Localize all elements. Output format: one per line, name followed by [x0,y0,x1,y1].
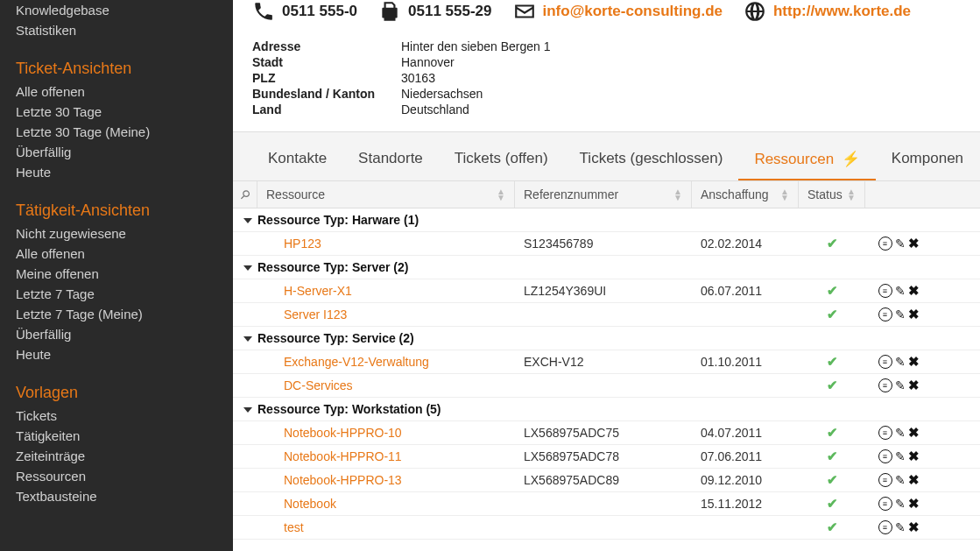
email[interactable]: info@korte-consulting.de [513,0,723,23]
details-icon[interactable]: ≡ [878,378,892,392]
edit-icon[interactable]: ✎ [895,497,906,511]
col-attachment[interactable]: ⚲ [233,181,257,208]
nav-item[interactable]: Überfällig [16,324,233,344]
nav-item[interactable]: Überfällig [16,142,233,162]
website[interactable]: http://www.korte.de [744,0,911,23]
edit-icon[interactable]: ✎ [895,378,906,392]
details-icon[interactable]: ≡ [878,284,892,298]
nav-item[interactable]: Tickets [16,406,233,426]
table-row[interactable]: Server I123✔≡✎✖ [233,303,980,327]
nav-item[interactable]: Letzte 7 Tage [16,284,233,304]
table-row[interactable]: Notebook-HPPRO-10LX568975ADC7504.07.2011… [233,421,980,445]
delete-icon[interactable]: ✖ [908,307,920,322]
check-icon: ✔ [827,283,838,298]
delete-icon[interactable]: ✖ [908,354,920,370]
resource-link[interactable]: DC-Services [284,378,353,392]
nav-item[interactable]: Letzte 30 Tage [16,102,233,122]
resource-link[interactable]: Notebook-HPPRO-11 [284,449,402,463]
edit-icon[interactable]: ✎ [895,449,906,463]
edit-icon[interactable]: ✎ [895,284,906,298]
nav-item[interactable]: Letzte 30 Tage (Meine) [16,122,233,142]
resource-link[interactable]: Notebook [284,497,336,511]
delete-icon[interactable]: ✖ [908,425,920,441]
nav-item[interactable]: Tätigkeiten [16,426,233,446]
details-icon[interactable]: ≡ [878,237,892,251]
details-icon[interactable]: ≡ [878,473,892,487]
tab-ressourcen[interactable]: Ressourcen ⚡ [738,145,875,180]
edit-icon[interactable]: ✎ [895,520,906,534]
nav-item[interactable]: Textbausteine [16,486,233,506]
delete-icon[interactable]: ✖ [908,378,920,393]
table-row[interactable]: HP123S12345678902.02.2014✔≡✎✖ [233,232,980,256]
tab-standorte[interactable]: Standorte [342,145,439,180]
nav-item[interactable]: Statistiken [16,20,233,40]
cell-actions: ≡✎✖ [865,374,932,397]
nav-section-title: Tätigkeit-Ansichten [16,201,233,220]
details-icon[interactable]: ≡ [878,449,892,463]
edit-icon[interactable]: ✎ [895,426,906,440]
contact-row: 0511 555-0 0511 555-29 info@korte-consul… [252,0,980,23]
delete-icon[interactable]: ✖ [908,236,920,251]
delete-icon[interactable]: ✖ [908,496,920,512]
nav-item[interactable]: Alle offenen [16,244,233,264]
resource-link[interactable]: HP123 [284,237,321,251]
table-row[interactable]: H-Server-X1LZ1254Y369UI06.07.2011✔≡✎✖ [233,279,980,303]
nav-item[interactable]: Heute [16,344,233,364]
group-row[interactable]: Ressource Typ: Service (2) [233,327,980,350]
col-ressource[interactable]: Ressource▲▼ [257,181,515,208]
nav-item[interactable]: Knowledgebase [16,0,233,20]
resource-link[interactable]: Exchange-V12-Verwaltung [284,355,429,369]
details-icon[interactable]: ≡ [878,307,892,321]
delete-icon[interactable]: ✖ [908,472,920,488]
edit-icon[interactable]: ✎ [895,355,906,369]
details-icon[interactable]: ≡ [878,497,892,511]
nav-item[interactable]: Zeiteinträge [16,446,233,466]
cell-actions: ≡✎✖ [865,445,932,468]
tab-komponenten[interactable]: Komponen [876,145,979,180]
nav-item[interactable]: Heute [16,162,233,182]
details-icon[interactable]: ≡ [878,520,892,534]
table-row[interactable]: Notebook-HPPRO-11LX568975ADC7807.06.2011… [233,445,980,469]
col-status[interactable]: Status▲▼ [799,181,865,208]
delete-icon[interactable]: ✖ [908,283,920,299]
table-row[interactable]: Exchange-V12-VerwaltungEXCH-V1201.10.201… [233,350,980,374]
edit-icon[interactable]: ✎ [895,307,906,321]
resource-link[interactable]: test [284,520,304,534]
nav-item[interactable]: Alle offenen [16,81,233,102]
delete-icon[interactable]: ✖ [908,449,920,464]
edit-icon[interactable]: ✎ [895,473,906,487]
tab-tickets-geschlossen[interactable]: Tickets (geschlossen) [564,145,739,180]
tab-tickets-offen[interactable]: Tickets (offen) [439,145,564,180]
resource-link[interactable]: Server I123 [284,307,347,321]
phone: 0511 555-0 [252,0,357,23]
cell-status: ✔ [799,232,865,255]
nav-item[interactable]: Letzte 7 Tage (Meine) [16,304,233,324]
col-referenznummer[interactable]: Referenznummer▲▼ [515,181,692,208]
nav-item[interactable]: Meine offenen [16,264,233,284]
group-row[interactable]: Ressource Typ: Harware (1) [233,208,980,232]
table-row[interactable]: DC-Services✔≡✎✖ [233,374,980,398]
nav-item[interactable]: Nicht zugewiesene [16,223,233,244]
group-row[interactable]: Ressource Typ: Workstation (5) [233,398,980,421]
delete-icon[interactable]: ✖ [908,519,920,535]
group-row[interactable]: Ressource Typ: Server (2) [233,256,980,279]
col-anschaffung[interactable]: Anschaffung▲▼ [692,181,799,208]
nav-item[interactable]: Ressourcen [16,466,233,486]
resource-link[interactable]: Notebook-HPPRO-13 [284,473,402,487]
cell-acquired [692,524,799,531]
table-row[interactable]: Notebook-HPPRO-13LX568975ADC8909.12.2010… [233,469,980,492]
details-icon[interactable]: ≡ [878,426,892,440]
cell-resource: Notebook-HPPRO-11 [257,446,515,467]
details-icon[interactable]: ≡ [878,355,892,369]
tab-ressourcen-label: Ressourcen [754,151,834,167]
resource-link[interactable]: H-Server-X1 [284,284,352,298]
edit-icon[interactable]: ✎ [895,237,906,251]
cell-status: ✔ [799,374,865,397]
tab-kontakte[interactable]: Kontakte [252,145,342,180]
resource-link[interactable]: Notebook-HPPRO-10 [284,426,402,440]
cell-status: ✔ [799,445,865,468]
table-row[interactable]: test✔≡✎✖ [233,516,980,540]
cell-actions: ≡✎✖ [865,516,932,539]
table-row[interactable]: Notebook15.11.2012✔≡✎✖ [233,492,980,516]
nav-section-title: Vorlagen [16,384,233,402]
